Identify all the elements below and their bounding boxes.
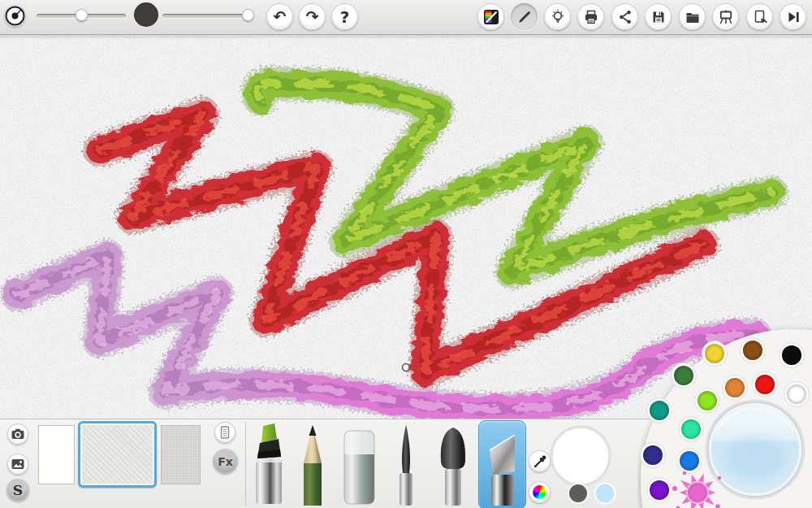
palette-well-brown[interactable] (741, 338, 766, 363)
secondary-color-blue[interactable] (594, 482, 616, 505)
share-icon (617, 9, 633, 25)
color-wheel-icon (533, 485, 546, 499)
size-slider-thumb[interactable] (76, 9, 88, 21)
color-settings-button[interactable] (477, 3, 504, 30)
palette-well-spring-green[interactable] (679, 417, 704, 442)
import-image-button[interactable] (7, 454, 28, 475)
draw-mode-button[interactable] (511, 3, 538, 30)
paper-swatch-white[interactable] (38, 425, 75, 484)
stylus-settings-button[interactable] (4, 5, 26, 27)
stylus-angle-icon (4, 5, 26, 27)
easel-button[interactable] (712, 3, 739, 30)
page-options-button[interactable] (214, 422, 235, 443)
palette-well-green[interactable] (672, 363, 697, 389)
redo-icon: ↷ (306, 9, 319, 24)
color-palette-disc (637, 321, 812, 508)
paper-swatch-canvas[interactable] (161, 425, 201, 484)
undo-icon: ↶ (274, 9, 287, 24)
top-toolbar: ↶ ↷ ? (0, 0, 812, 35)
tool-marker[interactable] (246, 421, 290, 507)
fx-button[interactable]: Fx (213, 449, 238, 474)
easel-icon (718, 9, 734, 25)
secondary-color-gray[interactable] (567, 482, 590, 505)
page-brush-icon (752, 9, 768, 25)
undo-button[interactable]: ↶ (266, 3, 293, 30)
palette-well-white[interactable] (784, 382, 810, 407)
palette-well-yellow[interactable] (702, 341, 728, 367)
tool-round-brush[interactable] (431, 421, 475, 507)
opacity-slider[interactable] (162, 10, 253, 22)
tool-oil-knife-selected[interactable] (479, 421, 523, 507)
print-button[interactable] (577, 3, 604, 30)
help-button[interactable]: ? (331, 3, 358, 30)
palette-well-teal[interactable] (647, 398, 672, 423)
document-icon (217, 424, 233, 441)
water-mixing-cup[interactable] (706, 401, 804, 498)
brush-cursor (403, 364, 410, 371)
palette-well-red[interactable] (753, 372, 778, 397)
share-button[interactable] (611, 3, 638, 30)
redo-button[interactable]: ↷ (299, 3, 326, 30)
size-slider[interactable] (37, 10, 126, 22)
next-page-button[interactable] (780, 3, 806, 30)
fx-label: Fx (218, 455, 233, 468)
opacity-slider-thumb[interactable] (242, 9, 254, 21)
palette-well-black[interactable] (780, 343, 805, 368)
eyedropper-button[interactable] (529, 450, 551, 472)
printer-icon (583, 9, 599, 25)
floppy-icon (650, 9, 667, 25)
picture-icon (10, 456, 26, 472)
rainbow-pencil-icon (483, 9, 499, 25)
help-icon: ? (340, 9, 350, 25)
palette-well-orange[interactable] (723, 376, 748, 401)
styles-button[interactable]: S (6, 479, 29, 501)
tool-eraser[interactable] (335, 421, 379, 507)
palette-well-chartreuse[interactable] (695, 389, 720, 414)
color-wheel-button[interactable] (529, 481, 551, 503)
palette-well-navy[interactable] (641, 443, 666, 468)
palette-well-purple[interactable] (647, 478, 672, 503)
save-button[interactable] (645, 3, 672, 30)
import-photo-button[interactable] (7, 423, 28, 445)
lightbulb-icon (550, 9, 566, 25)
ideas-button[interactable] (544, 3, 571, 30)
tool-fine-brush[interactable] (384, 421, 428, 507)
eyedropper-icon (532, 454, 548, 470)
opacity-slider-track[interactable] (162, 14, 253, 18)
letter-s-icon: S (13, 482, 23, 498)
play-next-icon (785, 9, 801, 25)
current-color-swatch[interactable] (549, 424, 612, 488)
paper-swatch-textured-selected[interactable] (78, 421, 157, 488)
camera-icon (10, 426, 26, 442)
gallery-button[interactable] (679, 3, 706, 30)
clear-page-button[interactable] (746, 3, 773, 30)
palette-well-blue[interactable] (677, 449, 702, 474)
brush-preview (134, 2, 158, 27)
tool-pencil[interactable] (291, 421, 335, 507)
pencil-icon (516, 9, 533, 25)
folder-icon (685, 9, 701, 25)
